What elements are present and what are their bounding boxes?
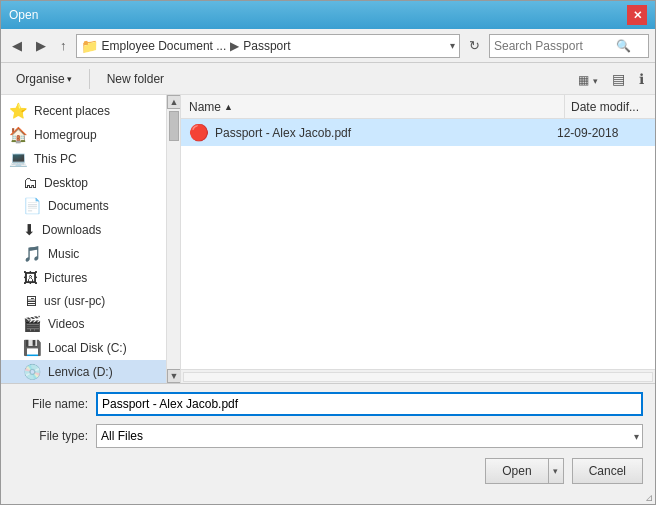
thispc-icon: 💻 <box>9 150 28 168</box>
views-button[interactable]: ▦ ▾ <box>573 67 603 91</box>
filetype-select[interactable]: All Files <box>96 424 643 448</box>
info-button[interactable]: ℹ <box>634 67 649 91</box>
col-name-header[interactable]: Name ▲ <box>181 95 565 118</box>
title-bar: Open ✕ <box>1 1 655 29</box>
search-input[interactable] <box>494 39 614 53</box>
open-button[interactable]: Open <box>485 458 547 484</box>
sort-arrow: ▲ <box>224 102 233 112</box>
refresh-button[interactable]: ↻ <box>464 34 485 58</box>
open-button-group: Open ▾ <box>485 458 563 484</box>
file-panel: Name ▲ Date modif... 🔴 Passport - Alex J… <box>181 95 655 383</box>
filename-row: File name: // Set the file name input va… <box>13 392 643 416</box>
address-bar: ◀ ▶ ↑ 📁 Employee Document ... ▶ Passport… <box>1 29 655 63</box>
buttons-row: Open ▾ Cancel <box>13 458 643 484</box>
layout-button[interactable]: ▤ <box>607 67 630 91</box>
nav-item-localdisk[interactable]: 💾 Local Disk (C:) <box>1 336 166 360</box>
homegroup-icon: 🏠 <box>9 126 28 144</box>
file-pdf-icon: 🔴 <box>189 123 209 142</box>
nav-item-lenvica[interactable]: 💿 Lenvica (D:) <box>1 360 166 383</box>
forward-button[interactable]: ▶ <box>31 34 51 58</box>
address-path[interactable]: 📁 Employee Document ... ▶ Passport ▾ <box>76 34 461 58</box>
cancel-button[interactable]: Cancel <box>572 458 643 484</box>
nav-scroll-up[interactable]: ▲ <box>167 95 181 109</box>
nav-item-desktop[interactable]: 🗂 Desktop <box>1 171 166 194</box>
filename-label: File name: <box>13 397 88 411</box>
nav-scroll-thumb[interactable] <box>169 111 179 141</box>
horizontal-scrollbar[interactable] <box>181 369 655 383</box>
search-icon: 🔍 <box>616 39 631 53</box>
nav-item-downloads[interactable]: ⬇ Downloads <box>1 218 166 242</box>
nav-item-videos[interactable]: 🎬 Videos <box>1 312 166 336</box>
nav-panel: ▲ ▼ ⭐ Recent places 🏠 Homegroup 💻 This P… <box>1 95 181 383</box>
address-folder-icon: 📁 <box>81 38 98 54</box>
desktop-icon: 🗂 <box>23 174 38 191</box>
address-dropdown-btn[interactable]: ▾ <box>450 40 455 51</box>
filetype-label: File type: <box>13 429 88 443</box>
usr-icon: 🖥 <box>23 292 38 309</box>
nav-item-music[interactable]: 🎵 Music <box>1 242 166 266</box>
nav-item-recent-places[interactable]: ⭐ Recent places <box>1 99 166 123</box>
nav-item-homegroup[interactable]: 🏠 Homegroup <box>1 123 166 147</box>
nav-item-documents[interactable]: 📄 Documents <box>1 194 166 218</box>
toolbar-right: ▦ ▾ ▤ ℹ <box>573 67 649 91</box>
h-scroll-track <box>183 372 653 382</box>
up-button[interactable]: ↑ <box>55 34 72 58</box>
address-sep: ▶ <box>230 39 239 53</box>
documents-icon: 📄 <box>23 197 42 215</box>
organise-button[interactable]: Organise ▾ <box>7 67 81 91</box>
dialog-title: Open <box>9 8 38 22</box>
address-crumb2: Passport <box>243 39 290 53</box>
toolbar: Organise ▾ New folder ▦ ▾ ▤ ℹ <box>1 63 655 95</box>
nav-scroll-down[interactable]: ▼ <box>167 369 181 383</box>
back-button[interactable]: ◀ <box>7 34 27 58</box>
col-date-header[interactable]: Date modif... <box>565 95 655 118</box>
table-row[interactable]: 🔴 Passport - Alex Jacob.pdf 12-09-2018 <box>181 119 655 146</box>
nav-items-container: ⭐ Recent places 🏠 Homegroup 💻 This PC 🗂 … <box>1 99 180 383</box>
recent-places-icon: ⭐ <box>9 102 28 120</box>
size-grip[interactable]: ⊿ <box>1 492 655 504</box>
filetype-select-wrapper: All Files ▾ <box>96 424 643 448</box>
open-dialog: Open ✕ ◀ ▶ ↑ 📁 Employee Document ... ▶ P… <box>0 0 656 505</box>
search-box[interactable]: 🔍 <box>489 34 649 58</box>
bottom-section: File name: // Set the file name input va… <box>1 383 655 492</box>
address-crumb1: Employee Document ... <box>102 39 227 53</box>
music-icon: 🎵 <box>23 245 42 263</box>
new-folder-button[interactable]: New folder <box>98 67 173 91</box>
nav-scrollbar: ▲ ▼ <box>166 95 180 383</box>
lenvica-icon: 💿 <box>23 363 42 381</box>
toolbar-separator <box>89 69 90 89</box>
file-list-header: Name ▲ Date modif... <box>181 95 655 119</box>
videos-icon: 🎬 <box>23 315 42 333</box>
pictures-icon: 🖼 <box>23 269 38 286</box>
open-dropdown-button[interactable]: ▾ <box>548 458 564 484</box>
filetype-row: File type: All Files ▾ <box>13 424 643 448</box>
nav-item-pictures[interactable]: 🖼 Pictures <box>1 266 166 289</box>
close-button[interactable]: ✕ <box>627 5 647 25</box>
nav-item-usr[interactable]: 🖥 usr (usr-pc) <box>1 289 166 312</box>
filename-input[interactable] <box>96 392 643 416</box>
localdisk-icon: 💾 <box>23 339 42 357</box>
file-list-body: 🔴 Passport - Alex Jacob.pdf 12-09-2018 <box>181 119 655 369</box>
organise-dropdown-icon: ▾ <box>67 74 72 84</box>
main-content: ▲ ▼ ⭐ Recent places 🏠 Homegroup 💻 This P… <box>1 95 655 383</box>
downloads-icon: ⬇ <box>23 221 36 239</box>
nav-item-thispc[interactable]: 💻 This PC <box>1 147 166 171</box>
